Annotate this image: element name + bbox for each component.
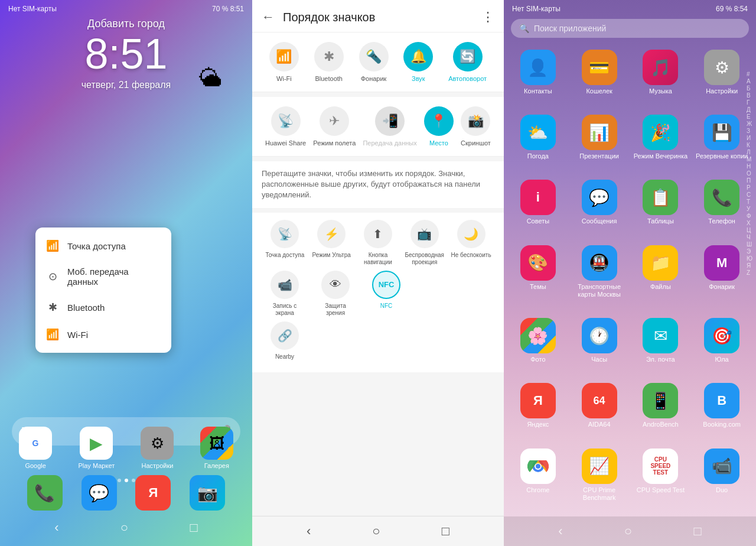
alpha-o[interactable]: О xyxy=(745,170,754,177)
alpha-zh[interactable]: Ж xyxy=(745,121,754,127)
drag-ultra[interactable]: ⚡ Режим Ультра xyxy=(311,220,352,266)
alpha-i[interactable]: И xyxy=(745,135,754,141)
app-settings-lock[interactable]: ⚙ Настройки xyxy=(141,427,174,469)
alpha-p[interactable]: П xyxy=(745,177,754,184)
alpha-d[interactable]: Д xyxy=(745,106,754,113)
app-transport[interactable]: 🚇 Транспортные карты Москвы xyxy=(570,240,629,311)
toggle-airplane[interactable]: ✈ Режим полета xyxy=(313,106,356,147)
app-photos[interactable]: 🌸 Фото xyxy=(509,313,568,376)
drag-dnd[interactable]: 🌙 Не беспокоить xyxy=(451,220,492,266)
toggle-screenshot[interactable]: 📸 Скриншот xyxy=(461,106,491,147)
app-weather[interactable]: ⛅ Погода xyxy=(509,110,568,173)
home-btn-apps[interactable]: ○ xyxy=(624,524,632,539)
app-tips[interactable]: i Советы xyxy=(509,175,568,238)
alpha-v[interactable]: В xyxy=(745,92,754,99)
context-hotspot[interactable]: 📶 Точка доступа xyxy=(35,232,171,259)
alpha-l[interactable]: Л xyxy=(745,149,754,155)
app-email[interactable]: ✉ Эл. почта xyxy=(631,313,690,376)
app-messages[interactable]: 💬 Сообщения xyxy=(570,175,629,238)
app-yandex-drawer[interactable]: Я Яндекс xyxy=(509,378,568,441)
lock-city[interactable]: Добавить город xyxy=(0,18,252,30)
alpha-k[interactable]: К xyxy=(745,142,754,148)
alpha-ya[interactable]: Я xyxy=(745,262,754,269)
app-cpuprime[interactable]: 📈 CPU Prime Benchmark xyxy=(570,444,629,514)
back-btn-settings[interactable]: ← xyxy=(262,9,275,25)
app-themes[interactable]: 🎨 Темы xyxy=(509,240,568,311)
drag-nearby[interactable]: 🔗 Nearby xyxy=(264,321,305,360)
recents-btn-apps[interactable]: □ xyxy=(694,524,702,539)
recents-btn-snav[interactable]: □ xyxy=(442,524,449,539)
back-btn-snav[interactable]: ‹ xyxy=(307,524,311,539)
dock-messages[interactable]: 💬 xyxy=(82,475,117,511)
drag-eyeprotect[interactable]: 👁 Защита зрения xyxy=(315,271,356,317)
app-duo[interactable]: 📹 Duo xyxy=(692,444,751,514)
alpha-m[interactable]: М xyxy=(745,156,754,162)
app-clock[interactable]: 🕐 Часы xyxy=(570,313,629,376)
app-aida64[interactable]: 64 AIDA64 xyxy=(570,378,629,441)
alpha-r[interactable]: Р xyxy=(745,184,754,191)
app-yula[interactable]: 🎯 Юла xyxy=(692,313,751,376)
drag-nav-btn[interactable]: ⬆ Кнопка навигации xyxy=(357,220,399,266)
dock-camera[interactable]: 📷 xyxy=(190,475,225,511)
drag-hotspot[interactable]: 📡 Точка доступа xyxy=(264,220,305,266)
app-search-bar[interactable]: 🔍 Поиск приложений xyxy=(511,19,749,38)
toggle-flashlight[interactable]: 🔦 Фонарик xyxy=(359,42,389,82)
app-sheets[interactable]: 📋 Таблицы xyxy=(631,175,690,238)
alpha-sh[interactable]: Ш xyxy=(745,241,754,248)
context-bluetooth[interactable]: ✱ Bluetooth xyxy=(35,294,171,321)
app-party[interactable]: 🎉 Режим Вечеринка xyxy=(631,110,690,173)
app-androbench[interactable]: 📱 AndroBench xyxy=(631,378,690,441)
toggle-sound[interactable]: 🔔 Звук xyxy=(403,42,433,82)
alpha-z-lat[interactable]: Z xyxy=(745,269,754,276)
app-chrome[interactable]: Chrome xyxy=(509,444,568,514)
drag-screenrec[interactable]: 📹 Запись с экрана xyxy=(264,271,305,317)
recents-btn-lock[interactable]: □ xyxy=(190,520,198,535)
app-files[interactable]: 📁 Файлы xyxy=(631,240,690,311)
dock-yandex[interactable]: Я xyxy=(135,475,171,511)
toggle-rotation[interactable]: 🔄 Автоповорот xyxy=(448,42,487,82)
alpha-u[interactable]: У xyxy=(745,206,754,212)
app-booking[interactable]: B Booking.com xyxy=(692,378,751,441)
alpha-b[interactable]: Б xyxy=(745,85,754,92)
alpha-h[interactable]: Х xyxy=(745,220,754,226)
alpha-n[interactable]: Н xyxy=(745,163,754,170)
context-wifi[interactable]: 📶 Wi-Fi xyxy=(35,321,171,348)
alpha-ts[interactable]: Ц xyxy=(745,227,754,233)
context-data[interactable]: ⊙ Моб. передачаданных xyxy=(35,259,171,294)
alpha-yu[interactable]: Ю xyxy=(745,255,754,262)
toggle-location[interactable]: 📍 Место xyxy=(424,106,454,147)
app-gallery[interactable]: 🖼 Галерея xyxy=(200,427,233,469)
alpha-hash[interactable]: # xyxy=(745,71,754,77)
alpha-s[interactable]: С xyxy=(745,191,754,198)
app-music[interactable]: 🎵 Музыка xyxy=(631,45,690,108)
app-google[interactable]: G Google xyxy=(19,427,52,469)
alpha-z[interactable]: З xyxy=(745,128,754,134)
dock-phone[interactable]: 📞 xyxy=(27,475,63,511)
app-presentations[interactable]: 📊 Презентации xyxy=(570,110,629,173)
home-btn-lock[interactable]: ○ xyxy=(120,520,128,535)
app-playmarket[interactable]: ▶ Play Маркет xyxy=(78,427,115,469)
drag-nfc[interactable]: NFC NFC xyxy=(366,271,407,317)
app-flashlight[interactable]: M Фонарик xyxy=(692,240,751,311)
toggle-datatransfer[interactable]: 📲 Передача данных xyxy=(363,106,416,147)
alpha-t[interactable]: Т xyxy=(745,199,754,205)
alpha-eh[interactable]: Э xyxy=(745,248,754,255)
home-btn-snav[interactable]: ○ xyxy=(372,524,380,539)
more-options-btn[interactable]: ⋮ xyxy=(481,9,494,25)
alpha-e[interactable]: Е xyxy=(745,113,754,120)
app-contacts[interactable]: 👤 Контакты xyxy=(509,45,568,108)
app-settings-drawer[interactable]: ⚙ Настройки xyxy=(692,45,751,108)
back-btn-lock[interactable]: ‹ xyxy=(54,520,58,535)
app-cpuspeed[interactable]: CPUSPEEDTEST CPU Speed Test xyxy=(631,444,690,514)
back-btn-apps[interactable]: ‹ xyxy=(558,524,562,539)
alpha-ch[interactable]: Ч xyxy=(745,234,754,240)
toggle-bluetooth[interactable]: ✱ Bluetooth xyxy=(314,42,344,82)
toggle-huawei-share[interactable]: 📡 Huawei Share xyxy=(265,106,306,147)
app-phone[interactable]: 📞 Телефон xyxy=(692,175,751,238)
toggle-wifi[interactable]: 📶 Wi-Fi xyxy=(269,42,299,82)
drag-wireless[interactable]: 📺 Беспроводная проекция xyxy=(404,220,445,266)
alpha-a[interactable]: А xyxy=(745,78,754,84)
app-wallet[interactable]: 💳 Кошелек xyxy=(570,45,629,108)
alpha-g[interactable]: Г xyxy=(745,99,754,106)
app-backup[interactable]: 💾 Резервные копии xyxy=(692,110,751,173)
